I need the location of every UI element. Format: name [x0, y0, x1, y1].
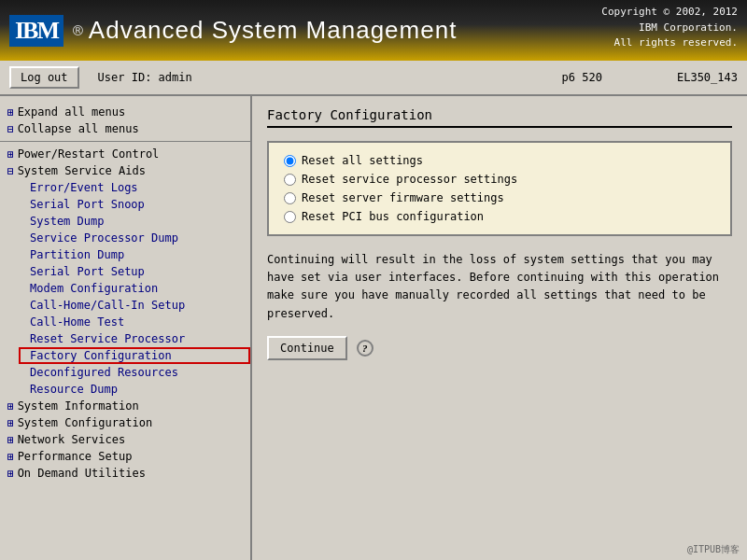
expand-all-menus[interactable]: ⊞ Expand all menus — [0, 104, 250, 120]
watermark: @ITPUB博客 — [687, 543, 740, 556]
ibm-logo: IBM — [9, 15, 63, 47]
copyright: Copyright © 2002, 2012 IBM Corporation. … — [601, 5, 738, 51]
sidebar-item-service-processor-dump[interactable]: Service Processor Dump — [19, 230, 250, 246]
radio-reset-firmware-input[interactable] — [284, 192, 296, 204]
radio-reset-all-label: Reset all settings — [302, 154, 423, 167]
sysinfo-expand-icon: ⊞ — [7, 400, 14, 413]
sidebar-item-on-demand-utilities[interactable]: ⊞ On Demand Utilities — [0, 465, 250, 482]
sidebar-item-deconfigured-resources[interactable]: Deconfigured Resources — [19, 364, 250, 381]
sidebar-item-system-configuration[interactable]: ⊞ System Configuration — [0, 414, 250, 431]
system-info: p6 520 EL350_143 — [562, 71, 738, 84]
power-expand-icon: ⊞ — [7, 148, 14, 161]
toolbar: Log out User ID: admin p6 520 EL350_143 — [0, 61, 747, 96]
collapse-all-menus[interactable]: ⊟ Collapse all menus — [0, 120, 250, 137]
sidebar-item-call-home-test[interactable]: Call-Home Test — [19, 314, 250, 330]
button-row: Continue ? — [267, 336, 732, 360]
network-expand-icon: ⊞ — [7, 434, 14, 446]
sidebar-item-serial-port-snoop[interactable]: Serial Port Snoop — [19, 196, 250, 213]
info-text: Continuing will result in the loss of sy… — [267, 251, 732, 323]
system-service-aids-children: Error/Event Logs Serial Port Snoop Syste… — [0, 179, 250, 398]
main-layout: ⊞ Expand all menus ⊟ Collapse all menus … — [0, 96, 747, 560]
radio-reset-sp[interactable]: Reset service processor settings — [284, 173, 715, 186]
expand-all-label: Expand all menus — [18, 105, 126, 119]
radio-reset-firmware[interactable]: Reset server firmware settings — [284, 191, 715, 204]
radio-reset-pci[interactable]: Reset PCI bus configuration — [284, 210, 715, 223]
radio-reset-pci-input[interactable] — [284, 211, 296, 223]
user-id-label: User ID: admin — [98, 71, 192, 84]
sidebar-item-system-dump[interactable]: System Dump — [19, 213, 250, 230]
ondemand-expand-icon: ⊞ — [7, 468, 14, 480]
sidebar-item-modem-configuration[interactable]: Modem Configuration — [19, 280, 250, 297]
sidebar-item-label: On Demand Utilities — [18, 467, 146, 480]
collapse-all-label: Collapse all menus — [18, 122, 139, 135]
header-title: Advanced System Management — [89, 16, 458, 45]
perf-expand-icon: ⊞ — [7, 451, 14, 463]
sidebar-item-error-event-logs[interactable]: Error/Event Logs — [19, 179, 250, 196]
sidebar-item-reset-service-processor[interactable]: Reset Service Processor — [19, 330, 250, 347]
collapse-icon: ⊟ — [7, 123, 14, 135]
sidebar-item-call-home-callin-setup[interactable]: Call-Home/Call-In Setup — [19, 297, 250, 314]
page-title: Factory Configuration — [267, 107, 432, 122]
radio-reset-all-input[interactable] — [284, 155, 296, 167]
radio-reset-sp-label: Reset service processor settings — [302, 173, 517, 186]
sidebar-item-label: System Configuration — [18, 416, 153, 429]
service-aids-expand-icon: ⊟ — [7, 165, 14, 177]
sidebar-item-label: System Service Aids — [18, 164, 146, 177]
logout-button[interactable]: Log out — [9, 66, 79, 89]
system-id: EL350_143 — [677, 71, 738, 84]
help-icon[interactable]: ? — [357, 340, 374, 357]
radio-reset-all[interactable]: Reset all settings — [284, 154, 715, 167]
radio-reset-sp-input[interactable] — [284, 174, 296, 186]
sidebar-item-system-service-aids[interactable]: ⊟ System Service Aids — [0, 162, 250, 179]
syscfg-expand-icon: ⊞ — [7, 417, 14, 429]
sidebar-item-power-restart[interactable]: ⊞ Power/Restart Control — [0, 146, 250, 162]
sidebar-divider-1 — [0, 141, 250, 142]
sidebar-item-factory-configuration[interactable]: Factory Configuration — [19, 347, 250, 364]
sidebar: ⊞ Expand all menus ⊟ Collapse all menus … — [0, 96, 252, 560]
expand-icon: ⊞ — [7, 106, 14, 119]
page-title-bar: Factory Configuration — [267, 107, 732, 128]
sidebar-item-serial-port-setup[interactable]: Serial Port Setup — [19, 263, 250, 280]
sidebar-item-label: Network Services — [18, 433, 126, 446]
system-model: p6 520 — [562, 71, 602, 84]
header: IBM ® Advanced System Management Copyrig… — [0, 0, 747, 61]
radio-reset-firmware-label: Reset server firmware settings — [302, 191, 504, 204]
sidebar-item-resource-dump[interactable]: Resource Dump — [19, 381, 250, 398]
sidebar-item-label: Performance Setup — [18, 450, 133, 463]
radio-options-box: Reset all settings Reset service process… — [267, 141, 732, 236]
sidebar-item-label: System Information — [18, 399, 139, 413]
registered-symbol: ® — [73, 21, 83, 40]
continue-button[interactable]: Continue — [267, 336, 347, 360]
sidebar-item-network-services[interactable]: ⊞ Network Services — [0, 431, 250, 448]
content-area: Factory Configuration Reset all settings… — [252, 96, 747, 560]
sidebar-item-label: Power/Restart Control — [18, 147, 160, 161]
sidebar-item-performance-setup[interactable]: ⊞ Performance Setup — [0, 448, 250, 465]
radio-reset-pci-label: Reset PCI bus configuration — [302, 210, 484, 223]
sidebar-item-partition-dump[interactable]: Partition Dump — [19, 246, 250, 263]
sidebar-item-system-information[interactable]: ⊞ System Information — [0, 398, 250, 414]
